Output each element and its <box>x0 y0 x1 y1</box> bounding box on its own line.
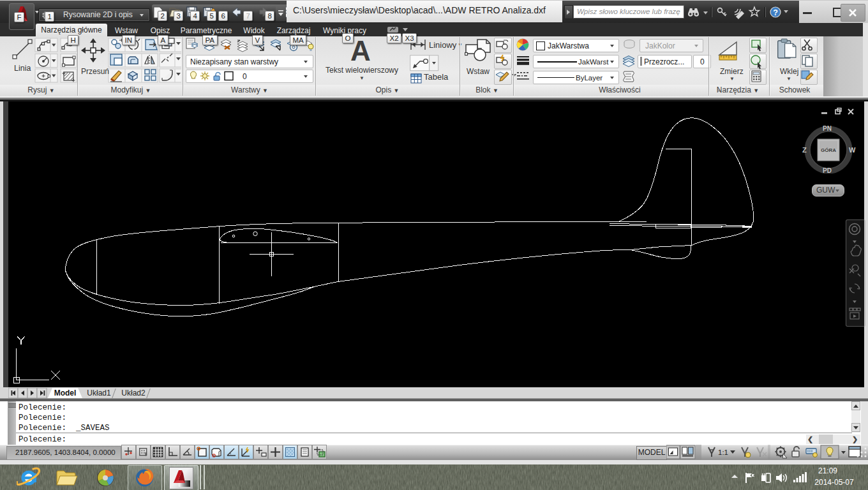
svg-text:1:1: 1:1 <box>718 449 728 456</box>
svg-text:GÓRA: GÓRA <box>821 147 836 153</box>
svg-text:?: ? <box>773 8 778 17</box>
